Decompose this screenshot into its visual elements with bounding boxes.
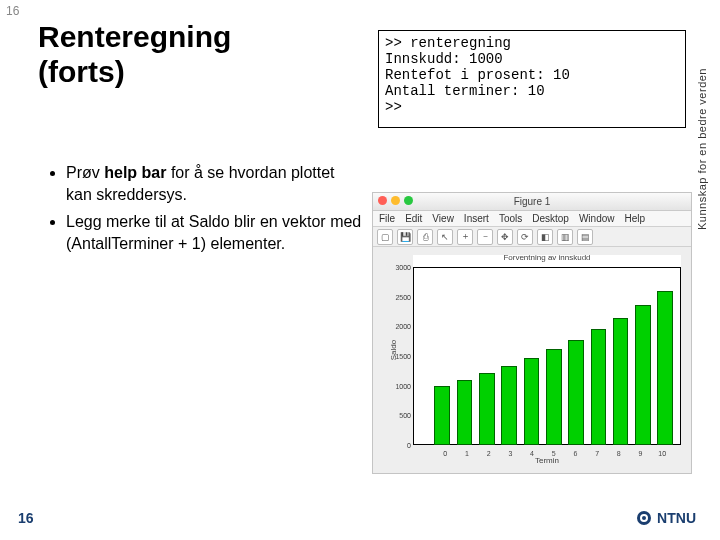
figure-toolbar[interactable]: ▢ 💾 ⎙ ↖ ＋ － ✥ ⟳ ◧ ▥ ▤	[373, 227, 691, 247]
bar	[524, 358, 540, 445]
print-icon[interactable]: ⎙	[417, 229, 433, 245]
console-line-1: >> renteregning	[385, 35, 511, 51]
slide: 16 Renteregning (forts) Kunnskap for en …	[0, 0, 720, 540]
pointer-icon[interactable]: ↖	[437, 229, 453, 245]
console-line-4: Antall terminer: 10	[385, 83, 545, 99]
y-tick: 1500	[395, 353, 411, 360]
y-tick: 500	[399, 412, 411, 419]
bullet-list: Prøv help bar for å se hvordan plottet k…	[44, 162, 364, 260]
slide-title: Renteregning (forts)	[38, 20, 231, 89]
y-ticks: 050010001500200025003000	[385, 267, 411, 445]
figure-title: Figure 1	[514, 196, 551, 207]
x-tick: 10	[651, 450, 673, 457]
menu-desktop[interactable]: Desktop	[532, 213, 569, 224]
x-tick: 9	[630, 450, 652, 457]
footer: 16 NTNU	[0, 506, 720, 530]
bar	[457, 380, 473, 445]
x-tick: 5	[543, 450, 565, 457]
zoom-out-icon[interactable]: －	[477, 229, 493, 245]
y-tick: 2000	[395, 323, 411, 330]
x-tick: 8	[608, 450, 630, 457]
console-line-2: Innskudd: 1000	[385, 51, 503, 67]
bars-container	[434, 267, 673, 445]
axes: Forventning av innskudd Saldo Termin 050…	[413, 255, 681, 445]
y-tick: 1000	[395, 382, 411, 389]
y-tick: 0	[407, 442, 411, 449]
y-tick: 3000	[395, 264, 411, 271]
plot-area: Forventning av innskudd Saldo Termin 050…	[373, 247, 691, 473]
bullet-2-text: Legg merke til at Saldo blir en vektor m…	[66, 213, 361, 252]
sidebar-motto: Kunnskap for en bedre verden	[696, 14, 710, 284]
menu-file[interactable]: File	[379, 213, 395, 224]
window-controls[interactable]	[378, 196, 413, 205]
menu-tools[interactable]: Tools	[499, 213, 522, 224]
zoom-icon[interactable]	[404, 196, 413, 205]
title-line2: (forts)	[38, 55, 125, 88]
figure-menubar[interactable]: File Edit View Insert Tools Desktop Wind…	[373, 211, 691, 227]
x-ticks: 012345678910	[434, 450, 673, 457]
menu-view[interactable]: View	[432, 213, 454, 224]
minimize-icon[interactable]	[391, 196, 400, 205]
menu-edit[interactable]: Edit	[405, 213, 422, 224]
bullet-1-bold: help bar	[104, 164, 166, 181]
console-line-5: >>	[385, 99, 402, 115]
bar	[479, 373, 495, 445]
rotate-icon[interactable]: ⟳	[517, 229, 533, 245]
data-cursor-icon[interactable]: ◧	[537, 229, 553, 245]
bar	[546, 349, 562, 445]
pan-icon[interactable]: ✥	[497, 229, 513, 245]
bar	[568, 340, 584, 445]
console-line-3: Rentefot i prosent: 10	[385, 67, 570, 83]
x-tick: 6	[565, 450, 587, 457]
x-tick: 7	[586, 450, 608, 457]
bullet-1: Prøv help bar for å se hvordan plottet k…	[66, 162, 364, 205]
matlab-console: >> renteregning Innskudd: 1000 Rentefot …	[378, 30, 686, 128]
bullet-2: Legg merke til at Saldo blir en vektor m…	[66, 211, 364, 254]
ntnu-logo-icon	[637, 511, 651, 525]
bar	[635, 305, 651, 445]
x-tick: 3	[500, 450, 522, 457]
figure-titlebar[interactable]: Figure 1	[373, 193, 691, 211]
bar	[613, 318, 629, 445]
figure-window: Figure 1 File Edit View Insert Tools Des…	[372, 192, 692, 474]
ntnu-brand: NTNU	[637, 510, 696, 526]
bar	[591, 329, 607, 445]
y-tick: 2500	[395, 293, 411, 300]
save-icon[interactable]: 💾	[397, 229, 413, 245]
bar	[434, 386, 450, 445]
bar	[657, 291, 673, 445]
x-tick: 4	[521, 450, 543, 457]
x-tick: 1	[456, 450, 478, 457]
title-line1: Renteregning	[38, 20, 231, 53]
zoom-in-icon[interactable]: ＋	[457, 229, 473, 245]
menu-help[interactable]: Help	[625, 213, 646, 224]
page-number-top: 16	[6, 4, 19, 18]
x-tick: 2	[478, 450, 500, 457]
menu-window[interactable]: Window	[579, 213, 615, 224]
x-axis-label: Termin	[413, 456, 681, 465]
legend-icon[interactable]: ▤	[577, 229, 593, 245]
page-number-bottom: 16	[18, 510, 34, 526]
close-icon[interactable]	[378, 196, 387, 205]
colorbar-icon[interactable]: ▥	[557, 229, 573, 245]
new-figure-icon[interactable]: ▢	[377, 229, 393, 245]
x-tick: 0	[434, 450, 456, 457]
bar	[501, 366, 517, 445]
menu-insert[interactable]: Insert	[464, 213, 489, 224]
bullet-1-pre: Prøv	[66, 164, 104, 181]
chart-title: Forventning av innskudd	[413, 253, 681, 262]
ntnu-name: NTNU	[657, 510, 696, 526]
